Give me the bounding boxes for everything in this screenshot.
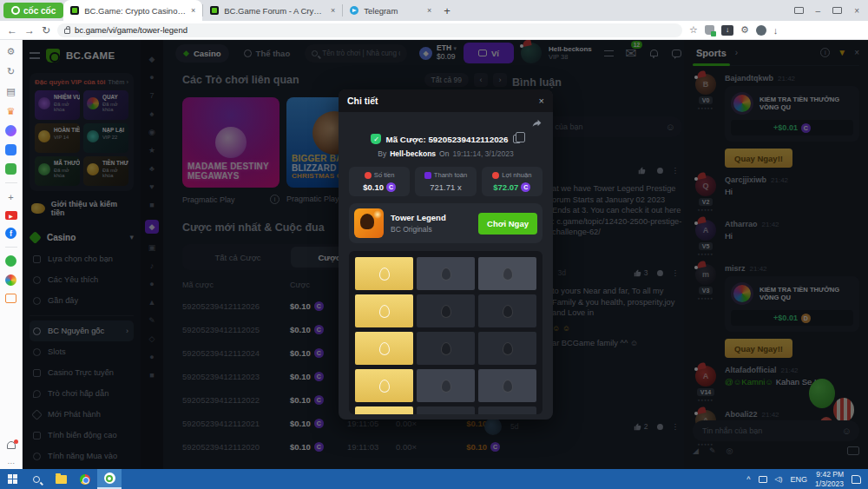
- history-icon[interactable]: ↻: [5, 65, 17, 77]
- language-indicator[interactable]: ENG: [790, 475, 807, 484]
- bet-username[interactable]: Hell-beckons: [390, 149, 436, 158]
- browser-sidebar: ⚙ ↻ ▤ ♛ + ▶ f ⋯: [0, 40, 23, 469]
- add-shortcut-icon[interactable]: +: [5, 191, 17, 203]
- profit-icon: [492, 172, 499, 179]
- download-active-icon[interactable]: ↓: [721, 25, 733, 36]
- bet-details-modal: Chi tiết × ✓ Mã Cược: 59205239412112026 …: [339, 89, 553, 420]
- browser-toolbar: ← → ↻ bc.game/vi/game/tower-legend ☆ ↓ ⚙…: [0, 21, 868, 40]
- tower-legend-icon: [354, 208, 384, 238]
- amount-icon: [365, 172, 372, 179]
- back-icon[interactable]: ←: [7, 25, 17, 36]
- messenger-icon[interactable]: [5, 125, 16, 136]
- save-page-icon[interactable]: ↓: [773, 25, 779, 36]
- forum-favicon: [210, 6, 219, 15]
- taskbar-search-icon[interactable]: [24, 469, 49, 489]
- games-gamepad-icon[interactable]: [5, 163, 16, 175]
- adblock-shield-icon[interactable]: [705, 25, 714, 35]
- tab-bcgame[interactable]: BC.Game: Crypto Casino Gam ×: [63, 0, 202, 21]
- tab-telegram[interactable]: Telegram ×: [343, 0, 438, 21]
- shopping-cart-icon[interactable]: [5, 294, 16, 303]
- bet-timestamp: 19:11:14, 3/1/2023: [452, 149, 513, 158]
- bcgame-page: BC.GAME Đặc quyền VIP của tôi Thêm › NHI…: [23, 40, 868, 469]
- tab-close-icon[interactable]: ×: [331, 6, 335, 15]
- bcgame-favicon: [70, 6, 79, 15]
- coin-icon: C: [386, 182, 396, 192]
- url-text[interactable]: bc.game/vi/game/tower-legend: [75, 25, 187, 35]
- stat-amount: Số tiền $0.10C: [349, 167, 410, 196]
- stat-payout: Thanh toán 721.71 x: [415, 167, 476, 196]
- board-cell-picked: [355, 332, 413, 365]
- board-cell: [478, 294, 536, 327]
- chrome-icon[interactable]: [73, 469, 97, 489]
- lock-icon: [64, 29, 70, 34]
- tower-legend-board: [349, 251, 542, 414]
- clock[interactable]: 9:42 PM 1/3/2023: [815, 470, 844, 487]
- egg-icon: [379, 268, 390, 281]
- play-now-button[interactable]: Chơi Ngay: [478, 213, 537, 235]
- coccoc-taskbar-icon[interactable]: [97, 469, 122, 489]
- board-cell-picked: [355, 257, 413, 290]
- bet-id-label: Mã Cược:: [385, 135, 425, 144]
- zalo-icon[interactable]: [5, 144, 16, 155]
- youtube-icon[interactable]: ▶: [5, 211, 17, 220]
- board-row: [355, 257, 536, 290]
- board-cell: [478, 332, 536, 365]
- coccoc-brand-label: cốc cốc: [23, 6, 56, 16]
- sidebar-divider: [5, 247, 17, 248]
- settings-gear-icon[interactable]: ⚙: [5, 45, 17, 57]
- facebook-icon[interactable]: f: [5, 228, 16, 239]
- reload-icon[interactable]: ↻: [42, 25, 50, 36]
- modal-close-icon[interactable]: ×: [539, 96, 544, 106]
- extensions-icon[interactable]: ⚙: [740, 24, 749, 36]
- minimize-button[interactable]: –: [816, 6, 821, 16]
- sidebar-divider: [5, 182, 17, 183]
- tab-forum[interactable]: BC.Game Forum - A Cryptoc... ×: [203, 0, 342, 21]
- new-tab-button[interactable]: +: [444, 4, 450, 17]
- board-cell: [478, 406, 536, 414]
- coccoc-menu-button[interactable]: cốc cốc: [3, 3, 63, 18]
- browser-tabbar: cốc cốc BC.Game: Crypto Casino Gam × BC.…: [0, 0, 868, 21]
- url-bar[interactable]: bc.game/vi/game/tower-legend: [57, 23, 682, 37]
- notifications-bell-icon[interactable]: [7, 441, 16, 449]
- reading-list-icon[interactable]: ▤: [5, 85, 17, 97]
- volume-icon[interactable]: ◁): [775, 475, 783, 483]
- board-cell-picked: [355, 406, 413, 414]
- game-provider: BC Originals: [391, 225, 446, 234]
- chat-app-icon[interactable]: [5, 255, 16, 267]
- board-cell: [478, 369, 536, 402]
- network-icon[interactable]: [759, 476, 767, 483]
- tab-title: BC.Game: Crypto Casino Gam: [84, 6, 186, 16]
- tray-chevron-icon[interactable]: ^: [746, 475, 750, 484]
- tab-close-icon[interactable]: ×: [191, 6, 195, 15]
- game-title: Tower Legend: [391, 213, 446, 222]
- board-cell: [417, 406, 475, 414]
- verified-shield-icon[interactable]: ✓: [371, 134, 381, 144]
- screen: cốc cốc BC.Game: Crypto Casino Gam × BC.…: [0, 0, 868, 489]
- board-cell: [417, 332, 475, 365]
- board-row: [355, 294, 536, 327]
- board-cell: [417, 257, 475, 290]
- file-explorer-icon[interactable]: [49, 469, 73, 489]
- browser-profile-avatar[interactable]: [756, 25, 766, 36]
- by-label: By: [378, 149, 386, 158]
- vip-crown-icon[interactable]: ♛: [5, 105, 17, 117]
- board-cell-picked: [355, 294, 413, 327]
- bookmark-star-icon[interactable]: ☆: [689, 24, 698, 36]
- coin-icon: C: [521, 182, 530, 192]
- start-button[interactable]: [0, 469, 24, 489]
- modal-title: Chi tiết: [347, 96, 378, 106]
- community-icon[interactable]: [5, 274, 16, 286]
- board-cell-picked: [355, 369, 413, 402]
- copy-icon[interactable]: [513, 135, 521, 143]
- more-dots-icon[interactable]: ⋯: [5, 457, 17, 469]
- bet-id-value: 59205239412112026: [428, 135, 508, 144]
- close-window-button[interactable]: ×: [854, 6, 859, 16]
- share-icon[interactable]: [531, 117, 542, 129]
- tab-preview-icon[interactable]: [794, 7, 804, 14]
- telegram-favicon: [350, 6, 358, 15]
- windows-taskbar: ^ ◁) ENG 9:42 PM 1/3/2023: [0, 469, 868, 489]
- action-center-icon[interactable]: [852, 475, 861, 484]
- maximize-button[interactable]: [832, 7, 842, 14]
- forward-icon[interactable]: →: [24, 25, 35, 36]
- tab-close-icon[interactable]: ×: [427, 6, 431, 15]
